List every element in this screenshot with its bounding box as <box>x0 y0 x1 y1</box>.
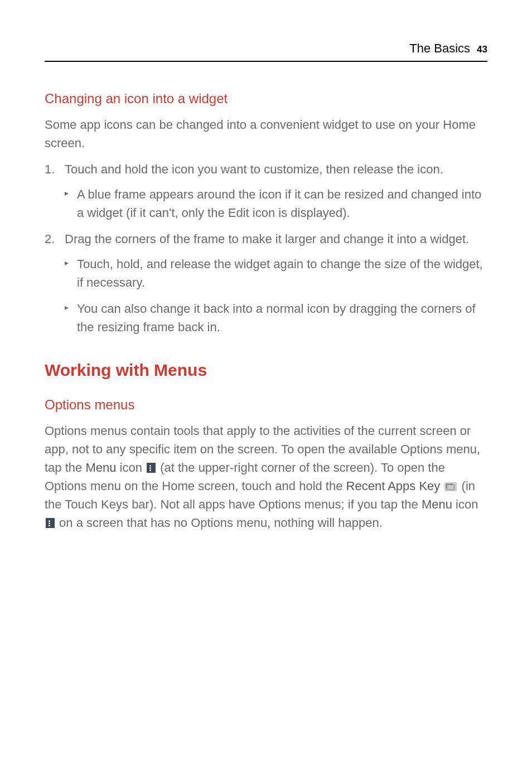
para-part-7: on a screen that has no Options menu, no… <box>56 516 383 530</box>
step-2: Drag the corners of the frame to make it… <box>45 230 487 336</box>
menu-label-1: Menu <box>85 461 116 475</box>
subsection-heading-changing-icon: Changing an icon into a widget <box>45 89 487 109</box>
section-heading-working-with-menus: Working with Menus <box>45 357 487 382</box>
step-2-sublist: Touch, hold, and release the widget agai… <box>65 255 487 336</box>
step-2-sub-1: Touch, hold, and release the widget agai… <box>65 255 487 292</box>
menu-icon <box>147 463 156 473</box>
header-section-title: The Basics <box>409 39 470 57</box>
para-part-2: icon <box>116 461 146 475</box>
page-number: 43 <box>477 42 487 57</box>
section1-intro: Some app icons can be changed into a con… <box>45 115 487 152</box>
para-part-4 <box>440 479 443 493</box>
recent-apps-key-label: Recent Apps Key <box>346 479 441 493</box>
step-2-text: Drag the corners of the frame to make it… <box>65 232 469 246</box>
para-part-6: icon <box>452 497 478 511</box>
recent-apps-icon <box>444 482 457 491</box>
step-2-sub-2: You can also change it back into a norma… <box>65 299 487 336</box>
step-1-sub-1: A blue frame appears around the icon if … <box>65 185 487 222</box>
step-1-sublist: A blue frame appears around the icon if … <box>65 185 487 222</box>
menu-icon-2 <box>46 518 55 528</box>
options-menus-paragraph: Options menus contain tools that apply t… <box>45 422 487 532</box>
step-1: Touch and hold the icon you want to cust… <box>45 160 487 222</box>
step-1-text: Touch and hold the icon you want to cust… <box>65 162 443 176</box>
subsection-heading-options-menus: Options menus <box>45 395 487 415</box>
page-header: The Basics 43 <box>45 39 487 62</box>
menu-label-2: Menu <box>422 497 452 511</box>
steps-list: Touch and hold the icon you want to cust… <box>45 160 487 336</box>
